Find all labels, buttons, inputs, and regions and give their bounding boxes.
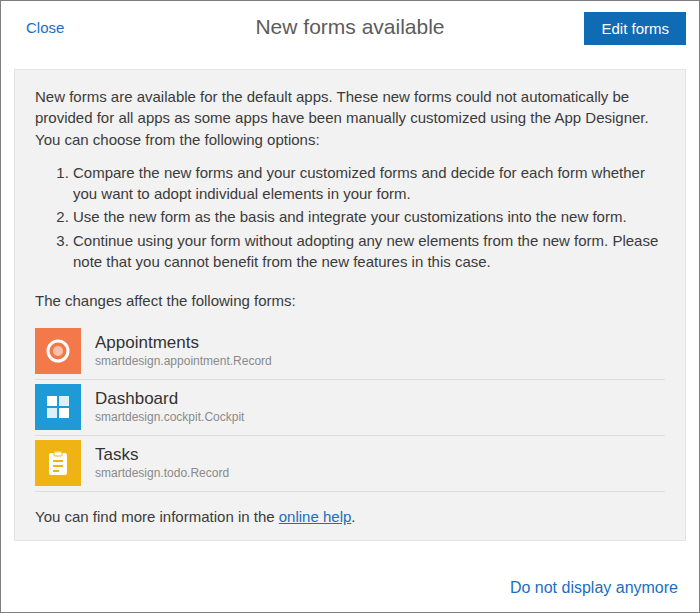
more-info-text: You can find more information in the onl… xyxy=(35,506,665,527)
form-id: smartdesign.todo.Record xyxy=(95,466,229,482)
form-meta: Dashboard smartdesign.cockpit.Cockpit xyxy=(95,388,244,425)
dialog-header: Close New forms available Edit forms xyxy=(1,1,699,57)
new-forms-dialog: Close New forms available Edit forms New… xyxy=(0,0,700,613)
forms-heading: The changes affect the following forms: xyxy=(35,290,665,311)
tasks-tile-icon xyxy=(35,440,81,486)
edit-forms-button[interactable]: Edit forms xyxy=(584,12,686,45)
affected-forms-list: Appointments smartdesign.appointment.Rec… xyxy=(35,324,665,492)
intro-block: New forms are available for the default … xyxy=(35,86,665,150)
option-item-3: Continue using your form without adoptin… xyxy=(73,230,665,273)
do-not-display-anymore-link[interactable]: Do not display anymore xyxy=(510,579,678,597)
dashboard-tile-icon xyxy=(35,384,81,430)
options-intro-text: You can choose from the following option… xyxy=(35,129,665,150)
appointments-tile-icon xyxy=(35,328,81,374)
form-id: smartdesign.appointment.Record xyxy=(95,354,272,370)
form-id: smartdesign.cockpit.Cockpit xyxy=(95,410,244,426)
option-item-2: Use the new form as the basis and integr… xyxy=(73,206,665,227)
option-item-1: Compare the new forms and your customize… xyxy=(73,162,665,205)
intro-text: New forms are available for the default … xyxy=(35,86,665,129)
form-name: Tasks xyxy=(95,444,229,465)
form-row-appointments: Appointments smartdesign.appointment.Rec… xyxy=(35,324,665,380)
more-info-prefix: You can find more information in the xyxy=(35,508,279,525)
form-row-tasks: Tasks smartdesign.todo.Record xyxy=(35,436,665,492)
more-info-suffix: . xyxy=(351,508,355,525)
form-meta: Tasks smartdesign.todo.Record xyxy=(95,444,229,481)
form-meta: Appointments smartdesign.appointment.Rec… xyxy=(95,332,272,369)
options-list: Compare the new forms and your customize… xyxy=(35,162,665,272)
form-name: Dashboard xyxy=(95,388,244,409)
online-help-link[interactable]: online help xyxy=(279,508,352,525)
form-row-dashboard: Dashboard smartdesign.cockpit.Cockpit xyxy=(35,380,665,436)
form-name: Appointments xyxy=(95,332,272,353)
content-panel: New forms are available for the default … xyxy=(14,69,686,541)
